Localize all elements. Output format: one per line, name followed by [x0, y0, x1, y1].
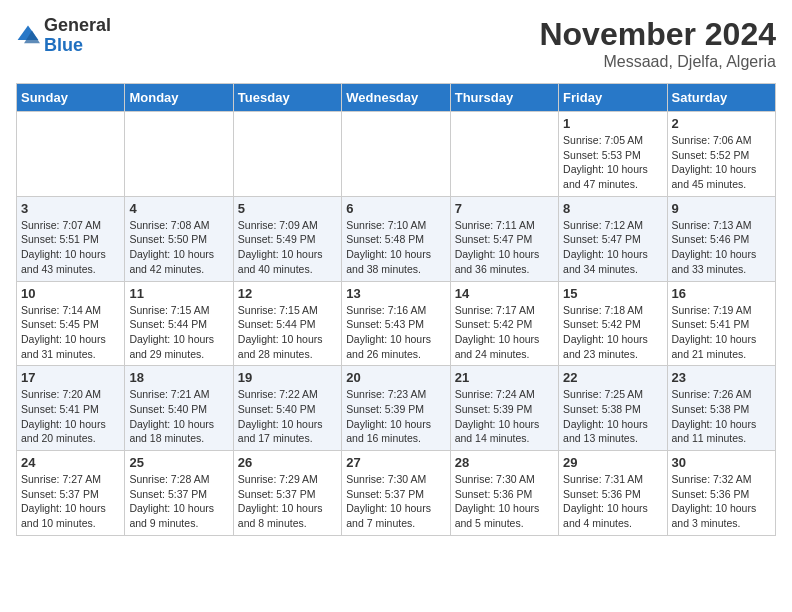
day-number: 16	[672, 286, 771, 301]
calendar-cell	[125, 112, 233, 197]
day-info: Sunrise: 7:10 AM Sunset: 5:48 PM Dayligh…	[346, 218, 445, 277]
calendar-cell: 17Sunrise: 7:20 AM Sunset: 5:41 PM Dayli…	[17, 366, 125, 451]
day-info: Sunrise: 7:12 AM Sunset: 5:47 PM Dayligh…	[563, 218, 662, 277]
day-number: 9	[672, 201, 771, 216]
calendar-week-row: 1Sunrise: 7:05 AM Sunset: 5:53 PM Daylig…	[17, 112, 776, 197]
day-number: 6	[346, 201, 445, 216]
day-info: Sunrise: 7:27 AM Sunset: 5:37 PM Dayligh…	[21, 472, 120, 531]
calendar-day-header: Monday	[125, 84, 233, 112]
calendar-day-header: Sunday	[17, 84, 125, 112]
day-number: 24	[21, 455, 120, 470]
calendar-cell: 28Sunrise: 7:30 AM Sunset: 5:36 PM Dayli…	[450, 451, 558, 536]
month-title: November 2024	[539, 16, 776, 53]
calendar-cell: 14Sunrise: 7:17 AM Sunset: 5:42 PM Dayli…	[450, 281, 558, 366]
day-number: 3	[21, 201, 120, 216]
calendar-cell: 3Sunrise: 7:07 AM Sunset: 5:51 PM Daylig…	[17, 196, 125, 281]
day-number: 2	[672, 116, 771, 131]
page-header: General Blue November 2024 Messaad, Djel…	[16, 16, 776, 71]
calendar-day-header: Saturday	[667, 84, 775, 112]
day-info: Sunrise: 7:08 AM Sunset: 5:50 PM Dayligh…	[129, 218, 228, 277]
calendar-header-row: SundayMondayTuesdayWednesdayThursdayFrid…	[17, 84, 776, 112]
calendar-cell: 25Sunrise: 7:28 AM Sunset: 5:37 PM Dayli…	[125, 451, 233, 536]
calendar-cell: 18Sunrise: 7:21 AM Sunset: 5:40 PM Dayli…	[125, 366, 233, 451]
calendar-week-row: 17Sunrise: 7:20 AM Sunset: 5:41 PM Dayli…	[17, 366, 776, 451]
day-number: 22	[563, 370, 662, 385]
day-number: 28	[455, 455, 554, 470]
day-info: Sunrise: 7:05 AM Sunset: 5:53 PM Dayligh…	[563, 133, 662, 192]
calendar-cell	[233, 112, 341, 197]
calendar-cell: 10Sunrise: 7:14 AM Sunset: 5:45 PM Dayli…	[17, 281, 125, 366]
day-number: 21	[455, 370, 554, 385]
day-number: 15	[563, 286, 662, 301]
calendar-cell	[17, 112, 125, 197]
calendar-cell: 12Sunrise: 7:15 AM Sunset: 5:44 PM Dayli…	[233, 281, 341, 366]
calendar-cell: 11Sunrise: 7:15 AM Sunset: 5:44 PM Dayli…	[125, 281, 233, 366]
calendar-cell: 29Sunrise: 7:31 AM Sunset: 5:36 PM Dayli…	[559, 451, 667, 536]
logo-general: General	[44, 15, 111, 35]
calendar-cell: 16Sunrise: 7:19 AM Sunset: 5:41 PM Dayli…	[667, 281, 775, 366]
day-number: 8	[563, 201, 662, 216]
calendar-cell: 6Sunrise: 7:10 AM Sunset: 5:48 PM Daylig…	[342, 196, 450, 281]
day-info: Sunrise: 7:15 AM Sunset: 5:44 PM Dayligh…	[129, 303, 228, 362]
day-number: 11	[129, 286, 228, 301]
day-number: 20	[346, 370, 445, 385]
day-number: 5	[238, 201, 337, 216]
day-info: Sunrise: 7:29 AM Sunset: 5:37 PM Dayligh…	[238, 472, 337, 531]
day-info: Sunrise: 7:15 AM Sunset: 5:44 PM Dayligh…	[238, 303, 337, 362]
calendar-day-header: Tuesday	[233, 84, 341, 112]
day-info: Sunrise: 7:28 AM Sunset: 5:37 PM Dayligh…	[129, 472, 228, 531]
day-info: Sunrise: 7:30 AM Sunset: 5:37 PM Dayligh…	[346, 472, 445, 531]
day-info: Sunrise: 7:20 AM Sunset: 5:41 PM Dayligh…	[21, 387, 120, 446]
day-info: Sunrise: 7:06 AM Sunset: 5:52 PM Dayligh…	[672, 133, 771, 192]
logo-blue: Blue	[44, 35, 83, 55]
calendar-cell: 5Sunrise: 7:09 AM Sunset: 5:49 PM Daylig…	[233, 196, 341, 281]
day-info: Sunrise: 7:24 AM Sunset: 5:39 PM Dayligh…	[455, 387, 554, 446]
day-info: Sunrise: 7:32 AM Sunset: 5:36 PM Dayligh…	[672, 472, 771, 531]
day-info: Sunrise: 7:19 AM Sunset: 5:41 PM Dayligh…	[672, 303, 771, 362]
day-number: 26	[238, 455, 337, 470]
day-number: 4	[129, 201, 228, 216]
calendar-week-row: 24Sunrise: 7:27 AM Sunset: 5:37 PM Dayli…	[17, 451, 776, 536]
day-info: Sunrise: 7:31 AM Sunset: 5:36 PM Dayligh…	[563, 472, 662, 531]
day-number: 29	[563, 455, 662, 470]
calendar-cell: 15Sunrise: 7:18 AM Sunset: 5:42 PM Dayli…	[559, 281, 667, 366]
calendar-cell: 20Sunrise: 7:23 AM Sunset: 5:39 PM Dayli…	[342, 366, 450, 451]
calendar-cell: 27Sunrise: 7:30 AM Sunset: 5:37 PM Dayli…	[342, 451, 450, 536]
day-info: Sunrise: 7:11 AM Sunset: 5:47 PM Dayligh…	[455, 218, 554, 277]
day-info: Sunrise: 7:07 AM Sunset: 5:51 PM Dayligh…	[21, 218, 120, 277]
day-number: 10	[21, 286, 120, 301]
day-info: Sunrise: 7:21 AM Sunset: 5:40 PM Dayligh…	[129, 387, 228, 446]
calendar-cell: 8Sunrise: 7:12 AM Sunset: 5:47 PM Daylig…	[559, 196, 667, 281]
day-info: Sunrise: 7:17 AM Sunset: 5:42 PM Dayligh…	[455, 303, 554, 362]
calendar-cell: 9Sunrise: 7:13 AM Sunset: 5:46 PM Daylig…	[667, 196, 775, 281]
calendar-cell: 4Sunrise: 7:08 AM Sunset: 5:50 PM Daylig…	[125, 196, 233, 281]
day-info: Sunrise: 7:16 AM Sunset: 5:43 PM Dayligh…	[346, 303, 445, 362]
day-info: Sunrise: 7:09 AM Sunset: 5:49 PM Dayligh…	[238, 218, 337, 277]
day-info: Sunrise: 7:25 AM Sunset: 5:38 PM Dayligh…	[563, 387, 662, 446]
calendar-day-header: Wednesday	[342, 84, 450, 112]
calendar-cell: 19Sunrise: 7:22 AM Sunset: 5:40 PM Dayli…	[233, 366, 341, 451]
calendar-week-row: 10Sunrise: 7:14 AM Sunset: 5:45 PM Dayli…	[17, 281, 776, 366]
calendar-week-row: 3Sunrise: 7:07 AM Sunset: 5:51 PM Daylig…	[17, 196, 776, 281]
calendar-cell: 23Sunrise: 7:26 AM Sunset: 5:38 PM Dayli…	[667, 366, 775, 451]
location: Messaad, Djelfa, Algeria	[539, 53, 776, 71]
logo-icon	[16, 24, 40, 48]
calendar-cell: 2Sunrise: 7:06 AM Sunset: 5:52 PM Daylig…	[667, 112, 775, 197]
day-info: Sunrise: 7:14 AM Sunset: 5:45 PM Dayligh…	[21, 303, 120, 362]
day-number: 12	[238, 286, 337, 301]
day-number: 30	[672, 455, 771, 470]
day-number: 27	[346, 455, 445, 470]
day-info: Sunrise: 7:13 AM Sunset: 5:46 PM Dayligh…	[672, 218, 771, 277]
title-block: November 2024 Messaad, Djelfa, Algeria	[539, 16, 776, 71]
day-info: Sunrise: 7:30 AM Sunset: 5:36 PM Dayligh…	[455, 472, 554, 531]
day-info: Sunrise: 7:26 AM Sunset: 5:38 PM Dayligh…	[672, 387, 771, 446]
calendar-cell: 13Sunrise: 7:16 AM Sunset: 5:43 PM Dayli…	[342, 281, 450, 366]
calendar-cell	[450, 112, 558, 197]
day-number: 17	[21, 370, 120, 385]
calendar-cell: 22Sunrise: 7:25 AM Sunset: 5:38 PM Dayli…	[559, 366, 667, 451]
day-number: 25	[129, 455, 228, 470]
calendar-cell: 1Sunrise: 7:05 AM Sunset: 5:53 PM Daylig…	[559, 112, 667, 197]
calendar-cell	[342, 112, 450, 197]
day-number: 1	[563, 116, 662, 131]
calendar-cell: 30Sunrise: 7:32 AM Sunset: 5:36 PM Dayli…	[667, 451, 775, 536]
